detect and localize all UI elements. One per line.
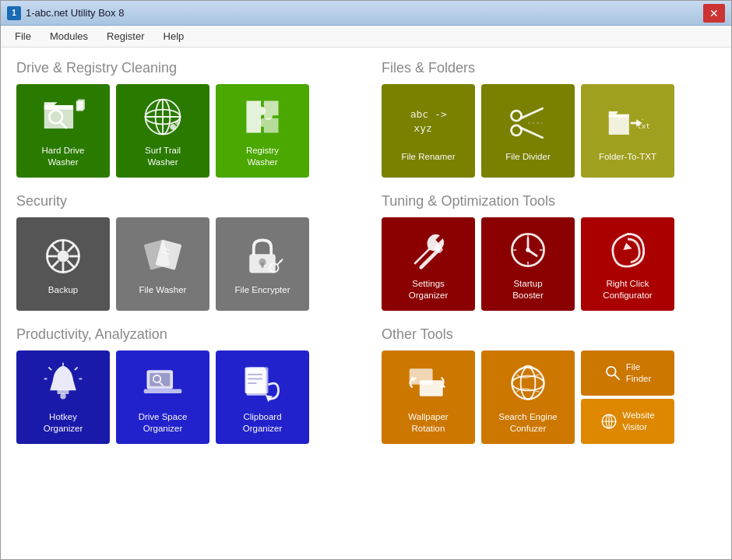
section-tuning-title: Tuning & Optimization Tools bbox=[382, 193, 716, 210]
svg-line-28 bbox=[51, 245, 58, 252]
svg-point-47 bbox=[526, 248, 530, 252]
file-finder-label: FileFinder bbox=[626, 361, 652, 385]
menu-bar: File Modules Register Help bbox=[1, 26, 731, 48]
sections-grid: Drive & Registry Cleaning bbox=[16, 60, 716, 444]
productivity-tiles: HotkeyOrganizer bbox=[16, 350, 350, 444]
surf-trail-washer-label: Surf TrailWasher bbox=[145, 145, 181, 168]
drive-space-organizer-label: Drive SpaceOrganizer bbox=[139, 411, 188, 435]
svg-point-10 bbox=[175, 121, 180, 125]
section-files-folders: Files & Folders abc -> xyz File Renamer bbox=[382, 60, 716, 178]
section-security-title: Security bbox=[16, 193, 350, 210]
tile-file-finder[interactable]: FileFinder bbox=[581, 350, 674, 396]
section-files-folders-title: Files & Folders bbox=[382, 60, 716, 76]
svg-point-54 bbox=[60, 393, 65, 399]
wallpaper-rotation-icon bbox=[405, 360, 452, 407]
file-renamer-label: File Renamer bbox=[401, 151, 455, 163]
svg-line-29 bbox=[68, 260, 75, 267]
file-finder-icon bbox=[604, 365, 621, 382]
svg-text:abc ->: abc -> bbox=[410, 107, 447, 119]
tile-right-click-configurator[interactable]: Right ClickConfigurator bbox=[581, 217, 674, 311]
website-visitor-label: WebsiteVisitor bbox=[622, 410, 654, 433]
svg-line-15 bbox=[520, 108, 543, 118]
startup-booster-label: StartupBooster bbox=[512, 278, 544, 301]
svg-point-78 bbox=[512, 376, 544, 391]
svg-point-23 bbox=[58, 250, 69, 262]
svg-line-30 bbox=[68, 245, 75, 252]
tile-surf-trail-washer[interactable]: Surf TrailWasher bbox=[116, 84, 209, 178]
clipboard-organizer-label: ClipboardOrganizer bbox=[243, 411, 283, 435]
registry-washer-label: RegistryWasher bbox=[246, 145, 279, 168]
tile-startup-booster[interactable]: StartupBooster bbox=[481, 217, 575, 311]
section-drive-registry: Drive & Registry Cleaning bbox=[16, 60, 350, 178]
backup-label: Backup bbox=[48, 284, 78, 296]
menu-file[interactable]: File bbox=[7, 27, 39, 45]
file-washer-icon bbox=[139, 233, 186, 280]
svg-line-41 bbox=[280, 260, 281, 262]
file-divider-icon bbox=[505, 100, 551, 146]
file-renamer-icon: abc -> xyz bbox=[405, 100, 452, 146]
tile-file-divider[interactable]: File Divider bbox=[481, 84, 575, 178]
svg-rect-1 bbox=[78, 100, 85, 110]
tile-hotkey-organizer[interactable]: HotkeyOrganizer bbox=[16, 350, 110, 444]
tile-drive-space-organizer[interactable]: Drive SpaceOrganizer bbox=[116, 350, 209, 444]
svg-text:xyz: xyz bbox=[414, 122, 432, 134]
tile-backup[interactable]: Backup bbox=[16, 217, 110, 311]
tile-search-engine-confuzer[interactable]: Search EngineConfuzer bbox=[481, 350, 575, 444]
folder-to-txt-icon: . txt bbox=[604, 100, 651, 146]
website-visitor-icon bbox=[600, 413, 618, 430]
window-title: 1-abc.net Utility Box 8 bbox=[26, 7, 703, 19]
menu-register[interactable]: Register bbox=[99, 27, 152, 45]
svg-rect-62 bbox=[144, 389, 182, 394]
security-tiles: Backup File Wa bbox=[16, 217, 350, 311]
svg-line-81 bbox=[614, 375, 619, 379]
folder-to-txt-label: Folder-To-TXT bbox=[599, 151, 656, 163]
section-other-tools-title: Other Tools bbox=[382, 326, 716, 343]
hotkey-organizer-icon bbox=[40, 360, 86, 407]
svg-text:.: . bbox=[641, 114, 645, 122]
svg-point-9 bbox=[170, 124, 175, 129]
clipboard-organizer-icon bbox=[239, 360, 286, 407]
file-encrypter-icon bbox=[239, 233, 286, 280]
svg-rect-38 bbox=[261, 262, 264, 267]
startup-booster-icon bbox=[505, 227, 551, 273]
menu-help[interactable]: Help bbox=[156, 27, 192, 45]
svg-line-31 bbox=[51, 260, 58, 267]
tile-registry-washer[interactable]: RegistryWasher bbox=[216, 84, 309, 178]
files-folders-tiles: abc -> xyz File Renamer bbox=[382, 84, 716, 178]
section-security: Security bbox=[16, 193, 350, 311]
surf-trail-washer-icon bbox=[139, 93, 186, 140]
hotkey-organizer-label: HotkeyOrganizer bbox=[44, 411, 83, 435]
tile-file-renamer[interactable]: abc -> xyz File Renamer bbox=[382, 84, 475, 178]
registry-washer-icon bbox=[239, 93, 286, 140]
content-area: Drive & Registry Cleaning bbox=[1, 48, 731, 559]
drive-space-organizer-icon bbox=[139, 360, 186, 407]
tile-file-encrypter[interactable]: File Encrypter bbox=[216, 217, 309, 311]
section-tuning: Tuning & Optimization Tools bbox=[382, 193, 716, 311]
wallpaper-rotation-label: WallpaperRotation bbox=[408, 411, 448, 435]
title-bar: 1 1-abc.net Utility Box 8 ✕ bbox=[1, 1, 731, 26]
svg-line-40 bbox=[277, 259, 283, 264]
close-button[interactable]: ✕ bbox=[703, 4, 725, 23]
section-productivity: Productivity, Analyzation bbox=[16, 326, 350, 444]
svg-line-16 bbox=[520, 127, 543, 137]
menu-modules[interactable]: Modules bbox=[42, 27, 96, 45]
tile-settings-organizer[interactable]: SettingsOrganizer bbox=[382, 217, 475, 311]
section-drive-registry-title: Drive & Registry Cleaning bbox=[16, 60, 350, 76]
hard-drive-washer-label: Hard DriveWasher bbox=[42, 145, 85, 168]
search-engine-confuzer-label: Search EngineConfuzer bbox=[498, 411, 557, 435]
tile-website-visitor[interactable]: WebsiteVisitor bbox=[581, 399, 674, 444]
drive-registry-tiles: Hard DriveWasher bbox=[16, 84, 350, 178]
tile-wallpaper-rotation[interactable]: WallpaperRotation bbox=[382, 350, 475, 444]
tile-hard-drive-washer[interactable]: Hard DriveWasher bbox=[16, 84, 110, 178]
right-click-configurator-icon bbox=[604, 227, 651, 273]
tile-clipboard-organizer[interactable]: ClipboardOrganizer bbox=[216, 350, 309, 444]
section-productivity-title: Productivity, Analyzation bbox=[16, 326, 350, 343]
svg-text:txt: txt bbox=[637, 122, 649, 130]
tile-file-washer[interactable]: File Washer bbox=[116, 217, 209, 311]
tile-folder-to-txt[interactable]: . txt Folder-To-TXT bbox=[581, 84, 674, 178]
other-tools-tiles: WallpaperRotation bbox=[382, 350, 716, 444]
search-engine-confuzer-icon bbox=[505, 360, 551, 407]
svg-marker-52 bbox=[623, 243, 632, 250]
svg-point-76 bbox=[512, 368, 544, 400]
backup-icon bbox=[40, 233, 86, 280]
